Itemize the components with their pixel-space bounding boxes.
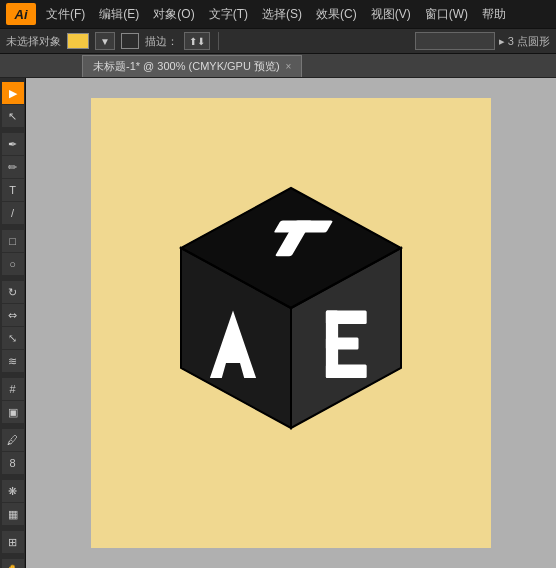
tool-row-type: T <box>2 179 24 201</box>
shape-search-input[interactable] <box>415 32 495 50</box>
menu-object[interactable]: 对象(O) <box>147 4 200 25</box>
stroke-dropdown[interactable]: ⬆⬇ <box>184 32 210 50</box>
tool-row-rect: □ <box>2 230 24 252</box>
gradient-tool[interactable]: ▣ <box>2 401 24 423</box>
tool-row-direct: ↖ <box>2 105 24 127</box>
eyedropper-tool[interactable]: 🖊 <box>2 429 24 451</box>
menu-type[interactable]: 文字(T) <box>203 4 254 25</box>
tool-row-reflect: ⇔ <box>2 304 24 326</box>
blend-tool[interactable]: 8 <box>2 452 24 474</box>
line-tool[interactable]: / <box>2 202 24 224</box>
tool-row-blend: 8 <box>2 452 24 474</box>
cube-graphic <box>161 173 421 473</box>
tool-row-mesh: # <box>2 378 24 400</box>
artboard-tool[interactable]: ⊞ <box>2 531 24 553</box>
tool-row-select: ▶ <box>2 82 24 104</box>
warp-tool[interactable]: ≋ <box>2 350 24 372</box>
ai-logo: Ai <box>6 3 36 25</box>
type-tool[interactable]: T <box>2 179 24 201</box>
document-tab[interactable]: 未标题-1* @ 300% (CMYK/GPU 预览) × <box>82 55 302 77</box>
polygon-label: ▸ 3 点圆形 <box>499 34 550 49</box>
tab-bar: 未标题-1* @ 300% (CMYK/GPU 预览) × <box>0 54 556 78</box>
pen-tool[interactable]: ✒ <box>2 133 24 155</box>
tool-row-chart: ▦ <box>2 503 24 525</box>
menu-help[interactable]: 帮助 <box>476 4 512 25</box>
svg-rect-7 <box>326 338 359 350</box>
tool-row-artboard: ⊞ <box>2 531 24 553</box>
menu-window[interactable]: 窗口(W) <box>419 4 474 25</box>
canvas-area[interactable] <box>26 78 556 568</box>
tool-row-line: / <box>2 202 24 224</box>
menu-view[interactable]: 视图(V) <box>365 4 417 25</box>
select-tool[interactable]: ▶ <box>2 82 24 104</box>
direct-select-tool[interactable]: ↖ <box>2 105 24 127</box>
menu-effect[interactable]: 效果(C) <box>310 4 363 25</box>
tool-row-gradient: ▣ <box>2 401 24 423</box>
hand-tool[interactable]: ✋ <box>2 559 24 568</box>
pencil-tool[interactable]: ✏ <box>2 156 24 178</box>
cube-svg <box>161 173 421 473</box>
fill-dropdown[interactable]: ▼ <box>95 32 115 50</box>
symbol-tool[interactable]: ❋ <box>2 480 24 502</box>
toolbar: ▶ ↖ ✒ ✏ T / □ ○ ↻ ⇔ ⤡ <box>0 78 26 568</box>
selection-label: 未选择对象 <box>6 34 61 49</box>
tab-title: 未标题-1* @ 300% (CMYK/GPU 预览) <box>93 59 280 74</box>
tab-close-button[interactable]: × <box>286 61 292 72</box>
tool-row-warp: ≋ <box>2 350 24 372</box>
title-bar: Ai 文件(F) 编辑(E) 对象(O) 文字(T) 选择(S) 效果(C) 视… <box>0 0 556 28</box>
separator-1 <box>218 32 219 50</box>
options-bar: 未选择对象 ▼ 描边： ⬆⬇ ▸ 3 点圆形 <box>0 28 556 54</box>
chart-tool[interactable]: ▦ <box>2 503 24 525</box>
right-controls: ▸ 3 点圆形 <box>415 32 550 50</box>
stroke-label: 描边： <box>145 34 178 49</box>
tool-row-rotate: ↻ <box>2 281 24 303</box>
mesh-tool[interactable]: # <box>2 378 24 400</box>
title-menu: 文件(F) 编辑(E) 对象(O) 文字(T) 选择(S) 效果(C) 视图(V… <box>40 4 550 25</box>
tool-row-eyedropper: 🖊 <box>2 429 24 451</box>
tool-row-pen: ✒ <box>2 133 24 155</box>
stroke-icon <box>121 33 139 49</box>
artboard <box>91 98 491 548</box>
tool-row-hand: ✋ <box>2 559 24 568</box>
menu-edit[interactable]: 编辑(E) <box>93 4 145 25</box>
tool-row-pencil: ✏ <box>2 156 24 178</box>
main-area: ▶ ↖ ✒ ✏ T / □ ○ ↻ ⇔ ⤡ <box>0 78 556 568</box>
scale-tool[interactable]: ⤡ <box>2 327 24 349</box>
rect-tool[interactable]: □ <box>2 230 24 252</box>
fill-color-swatch[interactable] <box>67 33 89 49</box>
menu-select[interactable]: 选择(S) <box>256 4 308 25</box>
reflect-tool[interactable]: ⇔ <box>2 304 24 326</box>
rotate-tool[interactable]: ↻ <box>2 281 24 303</box>
tool-row-scale: ⤡ <box>2 327 24 349</box>
ellipse-tool[interactable]: ○ <box>2 253 24 275</box>
tool-row-symbol: ❋ <box>2 480 24 502</box>
menu-file[interactable]: 文件(F) <box>40 4 91 25</box>
tool-row-ellipse: ○ <box>2 253 24 275</box>
svg-rect-8 <box>326 365 367 379</box>
